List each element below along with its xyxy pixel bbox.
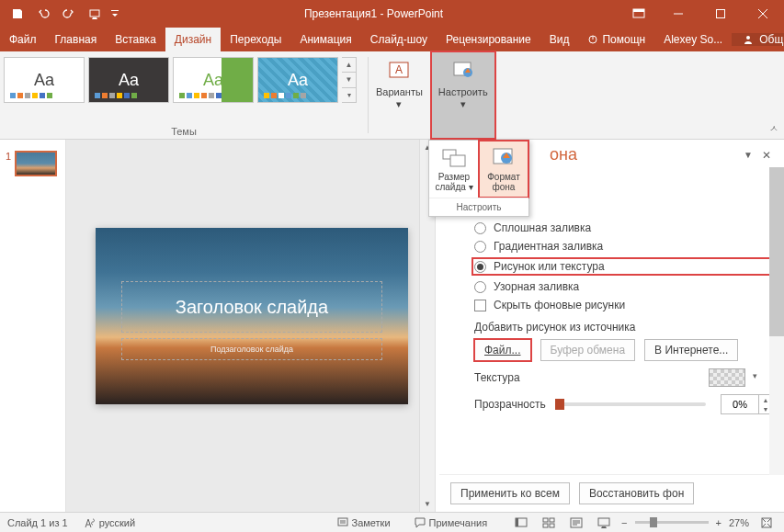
- zoom-out[interactable]: −: [621, 517, 627, 528]
- tab-review[interactable]: Рецензирование: [437, 28, 540, 51]
- zoom-slider[interactable]: [635, 521, 709, 524]
- slide-size-button[interactable]: Размер слайда ▾: [429, 141, 479, 198]
- slide-subtitle-placeholder[interactable]: Подзаголовок слайда: [121, 338, 382, 360]
- insert-from-label: Добавить рисунок из источника: [474, 321, 773, 334]
- format-background-button[interactable]: Формат фона: [479, 141, 528, 198]
- collapse-ribbon[interactable]: ㅅ: [769, 122, 778, 135]
- task-pane-scrollbar[interactable]: [769, 167, 784, 475]
- zoom-in[interactable]: +: [716, 517, 722, 528]
- notes-icon: [337, 517, 348, 528]
- close-button[interactable]: [742, 0, 784, 28]
- gradient-fill-label: Градиентная заливка: [494, 240, 603, 253]
- svg-rect-22: [598, 518, 609, 526]
- comments-label: Примечания: [429, 517, 488, 528]
- comments-icon: [415, 517, 426, 528]
- main-area: 1 Заголовок слайда Подзаголовок слайда ▲…: [0, 140, 784, 512]
- slide-thumbnail-1[interactable]: [15, 151, 57, 176]
- theme-tile-4[interactable]: Aa: [257, 57, 338, 103]
- quick-access-toolbar: [0, 3, 127, 25]
- svg-point-5: [746, 36, 750, 40]
- fit-to-window-button[interactable]: [756, 515, 777, 531]
- tell-me-label: Помощн: [602, 33, 645, 46]
- file-button[interactable]: Файл...: [474, 339, 531, 361]
- slide-size-icon: [441, 146, 467, 168]
- slide-canvas[interactable]: Заголовок слайда Подзаголовок слайда: [96, 228, 408, 404]
- undo-button[interactable]: [31, 3, 55, 25]
- transparency-slider[interactable]: [555, 402, 706, 406]
- language-indicator[interactable]: русский: [85, 517, 135, 528]
- online-button-label: В Интернете...: [654, 344, 728, 357]
- themes-group: Aa Aa Aa Aa ▲▼▾ Темы: [0, 51, 368, 139]
- svg-rect-14: [338, 518, 347, 526]
- tab-insert[interactable]: Вставка: [106, 28, 165, 51]
- theme-gallery: Aa Aa Aa Aa ▲▼▾: [4, 57, 357, 103]
- minimize-button[interactable]: [657, 0, 699, 28]
- transparency-input[interactable]: [722, 399, 758, 410]
- tab-transitions[interactable]: Переходы: [221, 28, 290, 51]
- reading-view-button[interactable]: [566, 515, 586, 531]
- svg-rect-18: [550, 518, 554, 522]
- tab-view[interactable]: Вид: [540, 28, 579, 51]
- slide-title-placeholder[interactable]: Заголовок слайда: [121, 281, 382, 333]
- slide-sorter-button[interactable]: [539, 515, 559, 531]
- online-button[interactable]: В Интернете...: [644, 339, 738, 361]
- theme-tile-3[interactable]: Aa: [173, 57, 254, 103]
- redo-button[interactable]: [57, 3, 81, 25]
- ribbon-display-options[interactable]: [620, 8, 657, 19]
- maximize-button[interactable]: [699, 0, 742, 28]
- reset-background-button[interactable]: Восстановить фон: [579, 482, 694, 504]
- tab-design[interactable]: Дизайн: [165, 28, 221, 51]
- zoom-level[interactable]: 27%: [729, 517, 749, 528]
- solid-fill-radio[interactable]: Сплошная заливка: [474, 221, 773, 234]
- slide-size-label: Размер слайда: [435, 172, 470, 192]
- share-button[interactable]: Общий доступ: [732, 33, 784, 46]
- tell-me[interactable]: Помощн: [578, 33, 654, 46]
- window-controls: [657, 0, 784, 28]
- theme-sample-text: Aa: [34, 71, 54, 90]
- slideshow-view-button[interactable]: [594, 515, 614, 531]
- texture-label: Текстура: [474, 371, 520, 384]
- status-bar: Слайд 1 из 1 русский Заметки Примечания …: [0, 512, 784, 532]
- slide-count[interactable]: Слайд 1 из 1: [7, 517, 68, 528]
- theme-tile-2[interactable]: Aa: [88, 57, 169, 103]
- format-background-label: Формат фона: [481, 172, 527, 192]
- tab-animation[interactable]: Анимация: [290, 28, 360, 51]
- variants-button[interactable]: A Варианты▾: [369, 51, 430, 139]
- theme-sample-text: Aa: [288, 71, 308, 90]
- hide-background-checkbox[interactable]: Скрыть фоновые рисунки: [474, 299, 773, 311]
- svg-rect-0: [90, 10, 99, 17]
- slide-edit-pane[interactable]: Заголовок слайда Подзаголовок слайда ▲ ▼: [66, 140, 435, 512]
- normal-view-button[interactable]: [511, 515, 531, 531]
- customize-button[interactable]: Настроить▾: [431, 51, 495, 139]
- slide-thumbnail-number: 1: [6, 151, 11, 162]
- customize-label: Настроить: [438, 86, 488, 97]
- tab-slideshow[interactable]: Слайд-шоу: [361, 28, 437, 51]
- svg-text:A: A: [395, 63, 403, 76]
- account-name[interactable]: Alexey So...: [654, 33, 732, 46]
- tab-home[interactable]: Главная: [46, 28, 107, 51]
- language-label: русский: [99, 517, 135, 528]
- theme-gallery-more[interactable]: ▲▼▾: [342, 57, 357, 103]
- pattern-fill-radio[interactable]: Узорная заливка: [474, 280, 773, 293]
- variants-label: Варианты: [376, 86, 423, 97]
- share-label: Общий доступ: [759, 33, 784, 46]
- start-from-beginning-button[interactable]: [83, 3, 107, 25]
- task-pane-title: она: [550, 145, 738, 164]
- solid-fill-label: Сплошная заливка: [494, 221, 591, 234]
- picture-fill-radio[interactable]: Рисунок или текстура: [472, 258, 773, 275]
- qat-customize-button[interactable]: [108, 3, 121, 25]
- comments-button[interactable]: Примечания: [415, 517, 488, 528]
- theme-tile-1[interactable]: Aa: [4, 57, 85, 103]
- save-button[interactable]: [6, 3, 29, 25]
- window-title: Презентация1 - PowerPoint: [127, 7, 620, 20]
- texture-picker[interactable]: [709, 368, 745, 387]
- svg-rect-19: [543, 524, 548, 527]
- slide-subtitle-text: Подзаголовок слайда: [210, 345, 293, 354]
- task-pane-menu[interactable]: ▼: [738, 148, 758, 162]
- transparency-spinner[interactable]: ▲▼: [721, 394, 773, 414]
- gradient-fill-radio[interactable]: Градиентная заливка: [474, 240, 773, 253]
- apply-to-all-button[interactable]: Применить ко всем: [450, 482, 570, 504]
- notes-button[interactable]: Заметки: [337, 517, 391, 528]
- tab-file[interactable]: Файл: [0, 28, 46, 51]
- task-pane-close[interactable]: ✕: [758, 147, 775, 164]
